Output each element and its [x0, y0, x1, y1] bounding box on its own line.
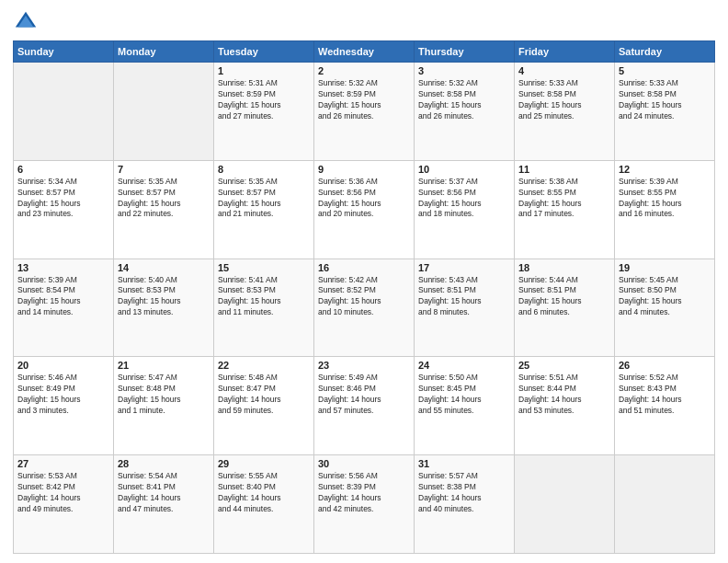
header-saturday: Saturday — [615, 41, 715, 63]
day-info: Sunrise: 5:55 AM Sunset: 8:40 PM Dayligh… — [218, 471, 310, 515]
day-number: 7 — [118, 164, 210, 175]
day-cell: 17Sunrise: 5:43 AM Sunset: 8:51 PM Dayli… — [415, 259, 515, 357]
day-cell: 19Sunrise: 5:45 AM Sunset: 8:50 PM Dayli… — [615, 259, 715, 357]
day-cell: 7Sunrise: 5:35 AM Sunset: 8:57 PM Daylig… — [114, 160, 214, 259]
day-info: Sunrise: 5:39 AM Sunset: 8:55 PM Dayligh… — [619, 177, 711, 221]
day-cell: 14Sunrise: 5:40 AM Sunset: 8:53 PM Dayli… — [114, 259, 214, 357]
day-info: Sunrise: 5:43 AM Sunset: 8:51 PM Dayligh… — [418, 275, 510, 319]
day-cell: 1Sunrise: 5:31 AM Sunset: 8:59 PM Daylig… — [214, 63, 314, 161]
calendar-header-row: SundayMondayTuesdayWednesdayThursdayFrid… — [14, 41, 715, 63]
day-number: 1 — [218, 65, 310, 76]
logo-icon — [13, 9, 39, 35]
calendar: SundayMondayTuesdayWednesdayThursdayFrid… — [13, 40, 715, 554]
day-info: Sunrise: 5:32 AM Sunset: 8:58 PM Dayligh… — [418, 78, 510, 122]
week-row-4: 20Sunrise: 5:46 AM Sunset: 8:49 PM Dayli… — [14, 357, 715, 455]
day-info: Sunrise: 5:36 AM Sunset: 8:56 PM Dayligh… — [318, 177, 410, 221]
day-cell: 29Sunrise: 5:55 AM Sunset: 8:40 PM Dayli… — [214, 455, 314, 554]
day-cell: 22Sunrise: 5:48 AM Sunset: 8:47 PM Dayli… — [214, 357, 314, 455]
day-info: Sunrise: 5:46 AM Sunset: 8:49 PM Dayligh… — [17, 373, 109, 417]
day-cell: 31Sunrise: 5:57 AM Sunset: 8:38 PM Dayli… — [415, 455, 515, 554]
day-cell: 13Sunrise: 5:39 AM Sunset: 8:54 PM Dayli… — [14, 259, 114, 357]
day-info: Sunrise: 5:33 AM Sunset: 8:58 PM Dayligh… — [518, 78, 610, 122]
day-info: Sunrise: 5:40 AM Sunset: 8:53 PM Dayligh… — [118, 275, 210, 319]
day-number: 26 — [619, 360, 711, 371]
day-cell: 20Sunrise: 5:46 AM Sunset: 8:49 PM Dayli… — [14, 357, 114, 455]
header-sunday: Sunday — [14, 41, 114, 63]
day-number: 10 — [418, 164, 510, 175]
day-cell: 24Sunrise: 5:50 AM Sunset: 8:45 PM Dayli… — [415, 357, 515, 455]
day-number: 30 — [318, 458, 410, 469]
day-info: Sunrise: 5:35 AM Sunset: 8:57 PM Dayligh… — [118, 177, 210, 221]
day-info: Sunrise: 5:39 AM Sunset: 8:54 PM Dayligh… — [17, 275, 109, 319]
day-cell: 30Sunrise: 5:56 AM Sunset: 8:39 PM Dayli… — [314, 455, 415, 554]
day-cell: 5Sunrise: 5:33 AM Sunset: 8:58 PM Daylig… — [615, 63, 715, 161]
day-info: Sunrise: 5:45 AM Sunset: 8:50 PM Dayligh… — [619, 275, 711, 319]
day-info: Sunrise: 5:44 AM Sunset: 8:51 PM Dayligh… — [518, 275, 610, 319]
day-cell — [14, 63, 114, 161]
day-cell: 26Sunrise: 5:52 AM Sunset: 8:43 PM Dayli… — [615, 357, 715, 455]
week-row-2: 6Sunrise: 5:34 AM Sunset: 8:57 PM Daylig… — [14, 160, 715, 259]
logo — [13, 9, 42, 35]
day-cell: 9Sunrise: 5:36 AM Sunset: 8:56 PM Daylig… — [314, 160, 415, 259]
day-number: 4 — [518, 65, 610, 76]
day-cell: 18Sunrise: 5:44 AM Sunset: 8:51 PM Dayli… — [515, 259, 615, 357]
day-info: Sunrise: 5:34 AM Sunset: 8:57 PM Dayligh… — [17, 177, 109, 221]
day-cell: 6Sunrise: 5:34 AM Sunset: 8:57 PM Daylig… — [14, 160, 114, 259]
day-number: 11 — [518, 164, 610, 175]
day-cell: 11Sunrise: 5:38 AM Sunset: 8:55 PM Dayli… — [515, 160, 615, 259]
day-info: Sunrise: 5:42 AM Sunset: 8:52 PM Dayligh… — [318, 275, 410, 319]
day-cell: 21Sunrise: 5:47 AM Sunset: 8:48 PM Dayli… — [114, 357, 214, 455]
day-info: Sunrise: 5:32 AM Sunset: 8:59 PM Dayligh… — [318, 78, 410, 122]
day-cell — [615, 455, 715, 554]
day-info: Sunrise: 5:49 AM Sunset: 8:46 PM Dayligh… — [318, 373, 410, 417]
day-info: Sunrise: 5:35 AM Sunset: 8:57 PM Dayligh… — [218, 177, 310, 221]
header-thursday: Thursday — [415, 41, 515, 63]
day-number: 20 — [17, 360, 109, 371]
day-cell — [114, 63, 214, 161]
day-cell — [515, 455, 615, 554]
day-cell: 25Sunrise: 5:51 AM Sunset: 8:44 PM Dayli… — [515, 357, 615, 455]
day-info: Sunrise: 5:53 AM Sunset: 8:42 PM Dayligh… — [17, 471, 109, 515]
header-tuesday: Tuesday — [214, 41, 314, 63]
day-info: Sunrise: 5:57 AM Sunset: 8:38 PM Dayligh… — [418, 471, 510, 515]
day-cell: 4Sunrise: 5:33 AM Sunset: 8:58 PM Daylig… — [515, 63, 615, 161]
week-row-5: 27Sunrise: 5:53 AM Sunset: 8:42 PM Dayli… — [14, 455, 715, 554]
day-number: 16 — [318, 262, 410, 273]
day-cell: 27Sunrise: 5:53 AM Sunset: 8:42 PM Dayli… — [14, 455, 114, 554]
day-number: 14 — [118, 262, 210, 273]
week-row-3: 13Sunrise: 5:39 AM Sunset: 8:54 PM Dayli… — [14, 259, 715, 357]
day-info: Sunrise: 5:31 AM Sunset: 8:59 PM Dayligh… — [218, 78, 310, 122]
page-header — [13, 9, 715, 35]
day-cell: 2Sunrise: 5:32 AM Sunset: 8:59 PM Daylig… — [314, 63, 415, 161]
day-info: Sunrise: 5:51 AM Sunset: 8:44 PM Dayligh… — [518, 373, 610, 417]
day-number: 13 — [17, 262, 109, 273]
day-number: 12 — [619, 164, 711, 175]
day-number: 5 — [619, 65, 711, 76]
day-number: 9 — [318, 164, 410, 175]
day-cell: 15Sunrise: 5:41 AM Sunset: 8:53 PM Dayli… — [214, 259, 314, 357]
day-info: Sunrise: 5:41 AM Sunset: 8:53 PM Dayligh… — [218, 275, 310, 319]
day-info: Sunrise: 5:52 AM Sunset: 8:43 PM Dayligh… — [619, 373, 711, 417]
day-cell: 12Sunrise: 5:39 AM Sunset: 8:55 PM Dayli… — [615, 160, 715, 259]
day-number: 25 — [518, 360, 610, 371]
day-number: 22 — [218, 360, 310, 371]
day-info: Sunrise: 5:56 AM Sunset: 8:39 PM Dayligh… — [318, 471, 410, 515]
day-number: 29 — [218, 458, 310, 469]
day-number: 6 — [17, 164, 109, 175]
day-info: Sunrise: 5:37 AM Sunset: 8:56 PM Dayligh… — [418, 177, 510, 221]
day-cell: 16Sunrise: 5:42 AM Sunset: 8:52 PM Dayli… — [314, 259, 415, 357]
day-number: 28 — [118, 458, 210, 469]
day-cell: 3Sunrise: 5:32 AM Sunset: 8:58 PM Daylig… — [415, 63, 515, 161]
day-cell: 28Sunrise: 5:54 AM Sunset: 8:41 PM Dayli… — [114, 455, 214, 554]
day-number: 31 — [418, 458, 510, 469]
week-row-1: 1Sunrise: 5:31 AM Sunset: 8:59 PM Daylig… — [14, 63, 715, 161]
day-info: Sunrise: 5:47 AM Sunset: 8:48 PM Dayligh… — [118, 373, 210, 417]
day-number: 17 — [418, 262, 510, 273]
header-friday: Friday — [515, 41, 615, 63]
header-monday: Monday — [114, 41, 214, 63]
day-info: Sunrise: 5:54 AM Sunset: 8:41 PM Dayligh… — [118, 471, 210, 515]
day-number: 8 — [218, 164, 310, 175]
day-info: Sunrise: 5:33 AM Sunset: 8:58 PM Dayligh… — [619, 78, 711, 122]
day-number: 18 — [518, 262, 610, 273]
day-number: 15 — [218, 262, 310, 273]
